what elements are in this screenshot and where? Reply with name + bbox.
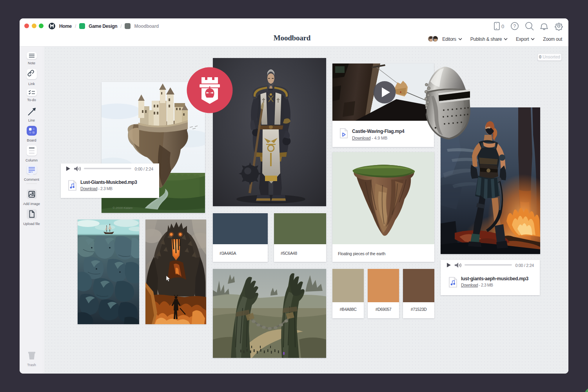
svg-text:?: ? [514, 24, 516, 29]
svg-text:0: 0 [501, 24, 504, 29]
svg-text:© 2016 Kalam: © 2016 Kalam [113, 206, 132, 210]
